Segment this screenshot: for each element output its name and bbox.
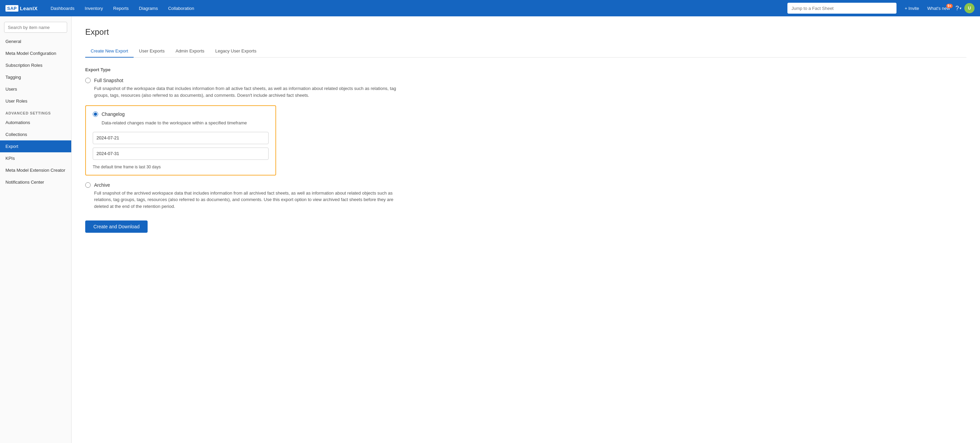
sidebar-search-input[interactable] (4, 22, 67, 33)
notification-badge: 9+ (946, 4, 953, 8)
export-type-label: Export Type (85, 67, 966, 72)
nav-collaboration[interactable]: Collaboration (163, 0, 199, 16)
sidebar: General Meta Model Configuration Subscri… (0, 16, 72, 443)
help-button[interactable]: ? ▾ (955, 5, 962, 12)
help-icon: ? (955, 5, 959, 12)
sidebar-item-automations[interactable]: Automations (0, 116, 71, 129)
topnav-links: Dashboards Inventory Reports Diagrams Co… (46, 0, 782, 16)
archive-description: Full snapshot of the archived workspace … (94, 190, 401, 210)
archive-label-row: Archive (85, 182, 966, 188)
invite-button[interactable]: + Invite (902, 6, 922, 11)
tab-create-new-export[interactable]: Create New Export (85, 45, 134, 57)
tab-admin-exports[interactable]: Admin Exports (170, 45, 210, 57)
archive-label: Archive (94, 182, 110, 188)
sidebar-item-export[interactable]: Export (0, 140, 71, 152)
advanced-settings-label: ADVANCED SETTINGS (0, 107, 71, 116)
sidebar-item-meta-model-extension-creator[interactable]: Meta Model Extension Creator (0, 164, 71, 176)
sidebar-item-tagging[interactable]: Tagging (0, 71, 71, 83)
help-chevron-icon: ▾ (959, 6, 962, 11)
sidebar-search-container (0, 19, 71, 35)
full-snapshot-option: Full Snapshot Full snapshot of the works… (85, 78, 966, 98)
logo[interactable]: SAP LeanIX (5, 5, 38, 11)
tab-legacy-user-exports[interactable]: Legacy User Exports (210, 45, 262, 57)
sidebar-item-notifications-center[interactable]: Notifications Center (0, 176, 71, 188)
sidebar-item-user-roles[interactable]: User Roles (0, 95, 71, 107)
nav-dashboards[interactable]: Dashboards (46, 0, 79, 16)
logo-leanix: LeanIX (20, 5, 38, 11)
archive-option: Archive Full snapshot of the archived wo… (85, 182, 966, 210)
avatar[interactable]: U (964, 3, 975, 13)
changelog-description: Data-related changes made to the workspa… (102, 120, 269, 126)
sidebar-item-collections[interactable]: Collections (0, 129, 71, 140)
jump-to-factsheet-input[interactable] (788, 3, 896, 14)
changelog-option: Changelog Data-related changes made to t… (85, 105, 276, 176)
changelog-date-to[interactable] (93, 148, 269, 160)
full-snapshot-label: Full Snapshot (94, 78, 123, 83)
nav-diagrams[interactable]: Diagrams (134, 0, 163, 16)
sidebar-item-meta-model-configuration[interactable]: Meta Model Configuration (0, 48, 71, 59)
nav-inventory[interactable]: Inventory (80, 0, 108, 16)
sidebar-item-general[interactable]: General (0, 35, 71, 48)
sidebar-item-users[interactable]: Users (0, 83, 71, 95)
topnav-search-container (788, 3, 896, 14)
full-snapshot-description: Full snapshot of the workspace data that… (94, 85, 401, 98)
nav-reports[interactable]: Reports (108, 0, 134, 16)
changelog-label-row: Changelog (93, 111, 269, 117)
changelog-label: Changelog (102, 111, 125, 117)
sidebar-item-subscription-roles[interactable]: Subscription Roles (0, 59, 71, 71)
sidebar-item-kpis[interactable]: KPIs (0, 152, 71, 164)
changelog-hint: The default time frame is last 30 days (93, 165, 269, 169)
full-snapshot-label-row: Full Snapshot (85, 78, 966, 83)
archive-radio[interactable] (85, 182, 91, 188)
tab-bar: Create New Export User Exports Admin Exp… (85, 45, 966, 57)
full-snapshot-radio[interactable] (85, 78, 91, 83)
app-layout: General Meta Model Configuration Subscri… (0, 16, 980, 443)
page-title: Export (85, 27, 966, 37)
changelog-date-from[interactable] (93, 132, 269, 144)
main-content: Export Create New Export User Exports Ad… (72, 16, 980, 443)
topnav: SAP LeanIX Dashboards Inventory Reports … (0, 0, 980, 16)
create-and-download-button[interactable]: Create and Download (85, 221, 148, 233)
tab-user-exports[interactable]: User Exports (134, 45, 170, 57)
whats-new-button[interactable]: What's new 9+ (924, 6, 953, 11)
changelog-radio[interactable] (93, 111, 98, 117)
topnav-actions: + Invite What's new 9+ ? ▾ U (902, 3, 975, 13)
logo-sap: SAP (5, 5, 18, 11)
